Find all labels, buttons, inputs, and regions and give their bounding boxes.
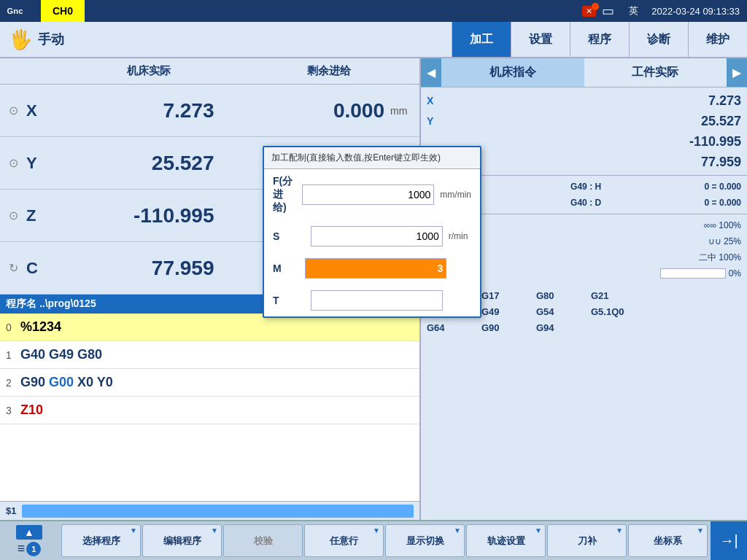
program-lines: 0 %1234 1 G40 G49 G80 2 G90 G00 X0 Y0 3 … (0, 314, 419, 501)
gcode-g54: G54 (536, 306, 576, 317)
nav-btn-maintain[interactable]: 维护 (688, 22, 747, 57)
modal-s-label: S (273, 230, 305, 242)
prog-line-text-0: %1234 (20, 319, 61, 335)
spindle-actual-pct: 0% (660, 268, 741, 279)
status-label: $1 (6, 505, 16, 516)
footer-btn-display-switch-label: 显示切换 (406, 534, 444, 548)
prog-line-num-1: 1 (6, 349, 20, 361)
footer-btn-select-program[interactable]: 选择程序 ▼ (61, 524, 141, 557)
modal-row-s: S r/min (264, 220, 480, 252)
modal-s-input[interactable] (311, 226, 443, 246)
layers-icon: ≡ (18, 541, 26, 556)
footer-btn-anyline-label: 任意行 (330, 534, 358, 548)
right-z-val: -110.995 (441, 134, 741, 149)
nav-btn-machining[interactable]: 加工 (452, 22, 511, 57)
channel-indicator: CH0 (41, 0, 85, 22)
prog-line-num-2: 2 (6, 377, 20, 389)
c-machine-val: 77.959 (58, 257, 229, 280)
spindle-progress-bar (660, 268, 726, 279)
prog-line-1[interactable]: 1 G40 G49 G80 (0, 341, 419, 369)
tool-current-code: G49 : H (570, 182, 601, 192)
modal-s-unit: r/min (449, 231, 471, 241)
status-bar: $1 (0, 501, 419, 520)
nav-btn-program[interactable]: 程序 (570, 22, 629, 57)
modal-f-unit: mm/min (440, 190, 471, 200)
modal-config[interactable]: 加工配制(直接输入数值,按Enter键立即生效) F(分进给) mm/min S… (263, 146, 481, 318)
footer-btn-edit-program-label: 编辑程序 (163, 534, 201, 548)
gcode-g90: G90 (481, 322, 522, 333)
footer-layers: ≡ 1 (18, 541, 42, 556)
prog-line-text-2: G90 G00 X0 Y0 (20, 375, 113, 390)
prog-line-num-3: 3 (6, 405, 20, 416)
footer-btn-coord-sys-label: 坐标系 (654, 534, 682, 548)
c-axis-icon: ↻ (0, 261, 26, 275)
footer-btn-coord-sys[interactable]: 坐标系 ▼ (628, 524, 708, 557)
svg-text:Gnc: Gnc (7, 7, 23, 15)
header-icons: ✕ ▭ (576, 3, 623, 19)
nav-btn-diagnose[interactable]: 诊断 (629, 22, 688, 57)
right-coord-y: Y 25.527 (427, 111, 741, 131)
footer-btn-tool-comp-arrow: ▼ (616, 526, 623, 534)
right-y-val: 25.527 (441, 114, 741, 129)
tab-machine-cmd[interactable]: 机床指令 (441, 58, 584, 87)
tab-right-arrow[interactable]: ▶ (727, 58, 747, 87)
c-axis-label: C (26, 259, 58, 278)
modal-t-input[interactable] (311, 290, 443, 311)
prog-line-2[interactable]: 2 G90 G00 X0 Y0 (0, 369, 419, 397)
x-machine-val: 7.273 (58, 99, 229, 122)
datetime-display: 2022-03-24 09:13:33 (644, 6, 747, 17)
right-x-label: X (427, 95, 441, 106)
footer-btn-anyline-arrow: ▼ (373, 526, 380, 534)
spindle-pct-label: 0% (729, 268, 741, 279)
navbar: 🖐 手动 加工 设置 程序 诊断 维护 (0, 22, 747, 58)
modal-f-label: F(分进给) (273, 175, 296, 214)
gcode-g94: G94 (536, 322, 576, 333)
right-tabs: ◀ 机床指令 工件实际 ▶ (421, 58, 747, 88)
y-axis-icon: ⊙ (0, 156, 26, 170)
footer-btn-coord-sys-arrow: ▼ (697, 526, 704, 534)
footer-btn-anyline[interactable]: 任意行 ▼ (304, 524, 384, 557)
tab-left-arrow[interactable]: ◀ (421, 58, 441, 87)
gcode-g21: G21 (591, 290, 631, 301)
right-c-val: 77.959 (441, 155, 741, 170)
nav-btn-settings[interactable]: 设置 (511, 22, 570, 57)
page-up-button[interactable]: ▲ (16, 525, 42, 540)
modal-row-f: F(分进给) mm/min (264, 169, 480, 220)
modal-f-input[interactable] (302, 184, 434, 205)
footer-btn-verify[interactable]: 校验 (223, 524, 303, 557)
z-axis-icon: ⊙ (0, 209, 26, 222)
footer-btn-tool-comp[interactable]: 刀补 ▼ (547, 524, 627, 557)
footer-btn-select-program-arrow: ▼ (130, 526, 137, 534)
tab-work-actual[interactable]: 工件实际 (584, 58, 727, 87)
x-axis-label: X (26, 101, 58, 120)
error-icon[interactable]: ✕ (582, 6, 596, 17)
nav-buttons: 加工 设置 程序 诊断 维护 (452, 22, 747, 57)
header: Gnc CH0 ✕ ▭ 英 2022-03-24 09:13:33 (0, 0, 747, 22)
modal-row-m: M (264, 252, 480, 284)
spindle-pct: 二中 100% (699, 252, 741, 264)
footer-btn-edit-program[interactable]: 编辑程序 ▼ (142, 524, 222, 557)
tool-next-val: 0 = 0.000 (705, 198, 741, 208)
modal-m-label: M (273, 262, 299, 274)
x-axis-icon: ⊙ (0, 104, 26, 117)
prog-line-3[interactable]: 3 Z10 (0, 397, 419, 424)
coord-row-x: ⊙ X 7.273 0.000 mm (0, 85, 419, 137)
gcode-display: G01 G17 G80 G21 G40 G49 G54 G5.1Q0 G64 G… (421, 284, 747, 520)
footer-btn-trace-settings[interactable]: 轨迹设置 ▼ (466, 524, 546, 557)
prog-line-text-1: G40 G49 G80 (20, 347, 102, 362)
modal-row-t: T (264, 284, 480, 316)
footer-end-arrow[interactable]: →| (711, 521, 747, 560)
prog-line-text-3: Z10 (20, 402, 43, 418)
modal-m-input[interactable] (305, 258, 446, 279)
gcode-g80: G80 (536, 290, 576, 301)
y-machine-val: 25.527 (58, 152, 229, 175)
footer: ▲ ≡ 1 选择程序 ▼ 编辑程序 ▼ 校验 任意行 ▼ 显示切换 ▼ 轨迹设置… (0, 520, 747, 560)
feed-pct: ∞∞ 100% (704, 220, 741, 230)
footer-buttons: 选择程序 ▼ 编辑程序 ▼ 校验 任意行 ▼ 显示切换 ▼ 轨迹设置 ▼ 刀补 … (58, 521, 711, 560)
footer-btn-display-switch-arrow: ▼ (454, 526, 461, 534)
footer-btn-select-program-label: 选择程序 (82, 534, 120, 548)
language-display: 英 (623, 4, 644, 18)
modal-title: 加工配制(直接输入数值,按Enter键立即生效) (264, 147, 480, 169)
footer-btn-display-switch[interactable]: 显示切换 ▼ (385, 524, 465, 557)
right-coord-x: X 7.273 (427, 90, 741, 111)
